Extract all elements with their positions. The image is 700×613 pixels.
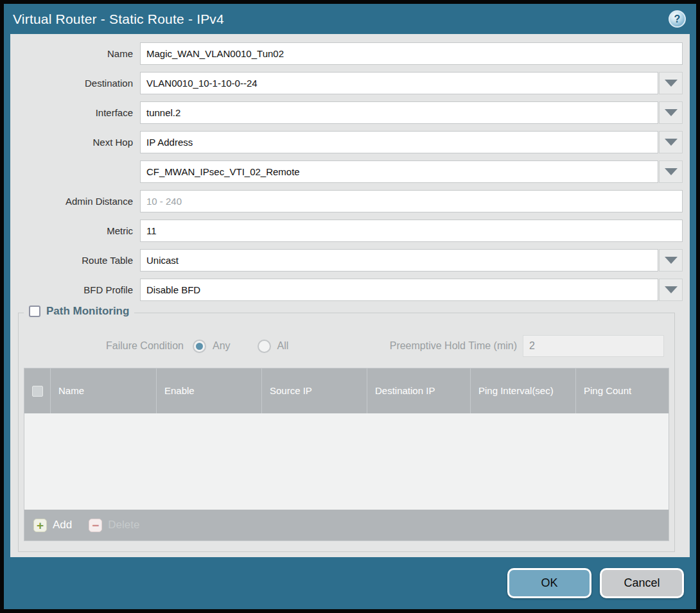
destination-dropdown-button[interactable]	[659, 72, 683, 94]
chevron-down-icon	[665, 80, 678, 87]
name-input[interactable]	[140, 42, 683, 65]
admin-distance-row: Admin Distance	[10, 190, 683, 212]
dialog-footer: OK Cancel	[4, 557, 696, 609]
delete-button[interactable]: − Delete	[89, 519, 139, 532]
column-header-source-ip: Source IP	[262, 368, 367, 413]
next-hop-type-input[interactable]	[140, 131, 658, 153]
route-table-label: Route Table	[10, 255, 140, 266]
preemptive-hold-time-group: Preemptive Hold Time (min)	[390, 335, 664, 357]
metric-row: Metric	[10, 220, 683, 242]
path-monitoring-title: Path Monitoring	[46, 305, 129, 318]
name-row: Name	[10, 42, 683, 65]
interface-input[interactable]	[140, 101, 658, 124]
failure-condition-any-radio[interactable]	[193, 340, 206, 353]
bfd-profile-label: BFD Profile	[10, 284, 140, 295]
delete-button-label: Delete	[108, 519, 139, 531]
metric-label: Metric	[10, 225, 140, 236]
plus-icon: +	[33, 519, 47, 532]
column-header-destination-ip: Destination IP	[367, 368, 471, 413]
bfd-profile-dropdown-button[interactable]	[659, 279, 683, 301]
next-hop-address-input[interactable]	[140, 160, 658, 183]
radio-dot-icon	[261, 343, 268, 350]
route-table-dropdown-button[interactable]	[659, 249, 683, 272]
column-header-ping-interval: Ping Interval(sec)	[471, 368, 576, 413]
column-header-ping-count: Ping Count	[576, 368, 669, 413]
path-monitoring-table: Name Enable Source IP Destination IP Pin…	[24, 368, 669, 541]
chevron-down-icon	[665, 168, 678, 175]
preemptive-hold-time-label: Preemptive Hold Time (min)	[390, 340, 517, 352]
chevron-down-icon	[665, 286, 678, 293]
path-monitoring-section: Path Monitoring Failure Condition Any Al…	[18, 313, 675, 552]
route-table-row: Route Table	[10, 249, 683, 272]
destination-row: Destination	[10, 72, 683, 94]
select-all-checkbox[interactable]	[32, 386, 43, 397]
path-monitoring-legend: Path Monitoring	[24, 305, 134, 318]
minus-icon: −	[89, 519, 102, 532]
column-header-enable: Enable	[157, 368, 262, 413]
failure-condition-all-radio[interactable]	[258, 340, 271, 353]
dialog-title: Virtual Router - Static Route - IPv4	[13, 12, 224, 27]
dialog-titlebar: Virtual Router - Static Route - IPv4 ?	[4, 4, 696, 34]
path-monitoring-table-body	[24, 413, 669, 510]
metric-input[interactable]	[140, 220, 683, 242]
chevron-down-icon	[665, 139, 678, 146]
path-monitoring-toolbar: + Add − Delete	[24, 510, 669, 540]
path-monitoring-table-header: Name Enable Source IP Destination IP Pin…	[24, 368, 669, 413]
bfd-profile-input[interactable]	[140, 279, 658, 301]
preemptive-hold-time-input[interactable]	[523, 335, 664, 357]
name-label: Name	[10, 48, 140, 59]
radio-dot-icon	[196, 343, 203, 350]
failure-condition-all-label: All	[277, 340, 289, 352]
failure-condition-label: Failure Condition	[106, 340, 184, 352]
path-monitoring-checkbox[interactable]	[29, 306, 40, 317]
next-hop-row: Next Hop	[10, 131, 683, 153]
static-route-dialog: Virtual Router - Static Route - IPv4 ? N…	[0, 0, 700, 613]
interface-row: Interface	[10, 101, 683, 124]
next-hop-address-row	[10, 160, 683, 183]
column-header-name: Name	[51, 368, 157, 413]
next-hop-label: Next Hop	[10, 137, 140, 148]
add-button[interactable]: + Add	[33, 519, 72, 532]
admin-distance-input[interactable]	[140, 190, 683, 212]
interface-dropdown-button[interactable]	[659, 101, 683, 124]
destination-label: Destination	[10, 78, 140, 89]
table-header-checkbox-cell	[24, 368, 51, 413]
interface-label: Interface	[10, 107, 140, 118]
chevron-down-icon	[665, 109, 678, 116]
cancel-button[interactable]: Cancel	[600, 568, 684, 598]
dialog-content: Name Destination Interface Next Hop	[10, 34, 690, 557]
next-hop-type-dropdown-button[interactable]	[659, 131, 683, 153]
help-icon[interactable]: ?	[669, 10, 686, 28]
chevron-down-icon	[665, 257, 678, 264]
destination-input[interactable]	[140, 72, 658, 94]
ok-button[interactable]: OK	[507, 568, 591, 598]
next-hop-address-dropdown-button[interactable]	[659, 160, 683, 183]
bfd-profile-row: BFD Profile	[10, 279, 683, 301]
route-table-input[interactable]	[140, 249, 658, 272]
add-button-label: Add	[53, 519, 72, 531]
admin-distance-label: Admin Distance	[10, 196, 140, 207]
failure-condition-any-label: Any	[213, 340, 231, 352]
failure-condition-row: Failure Condition Any All Preemptive Hol…	[106, 335, 664, 357]
